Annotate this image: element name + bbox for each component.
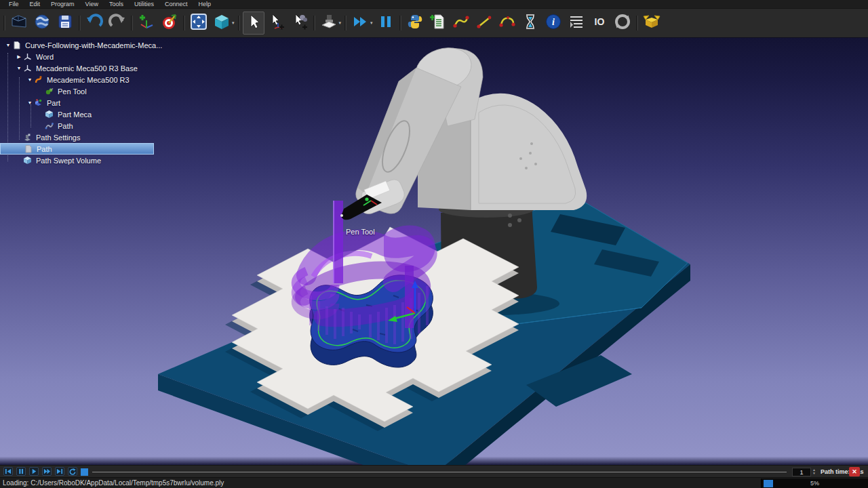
tree-item-mecademic-meca500-r3[interactable]: ▼Mecademic Meca500 R3 [0, 74, 154, 85]
tree-item-path-settings[interactable]: Path Settings [0, 131, 154, 143]
menu-item-view[interactable]: View [81, 0, 103, 8]
wait-instruction-button[interactable] [519, 12, 541, 35]
toolbar: ▾▾▾iIO [0, 9, 868, 38]
tree-item-pen-tool[interactable]: Pen Tool [0, 85, 154, 97]
menu-item-tools[interactable]: Tools [104, 0, 128, 8]
quick-setup-button[interactable] [318, 12, 340, 35]
redo-button[interactable] [106, 12, 128, 35]
menu-item-connect[interactable]: Connect [160, 0, 193, 8]
isometric-view-dropdown-arrow[interactable]: ▾ [232, 20, 235, 26]
quick-setup-dropdown-arrow[interactable]: ▾ [339, 20, 342, 26]
simulate-event-button[interactable] [612, 12, 633, 35]
tree-item-path-swept-volume[interactable]: Path Swept Volume [0, 155, 154, 166]
undo-icon [85, 13, 103, 33]
move-joint-instruction-icon [452, 13, 470, 33]
frame-number-input[interactable]: 1 [792, 468, 811, 476]
frame-icon [23, 64, 33, 73]
move-circular-instruction-icon [498, 13, 516, 33]
add-target-button[interactable] [159, 12, 180, 35]
svg-text:i: i [552, 17, 555, 27]
io-instruction-button[interactable]: IO [589, 12, 610, 35]
fit-to-screen-icon [190, 13, 208, 33]
fast-simulation-dropdown-arrow[interactable]: ▾ [370, 20, 373, 26]
move-linear-instruction-icon [475, 13, 493, 33]
move-joint-instruction-button[interactable] [450, 12, 472, 35]
show-message-icon: i [545, 13, 562, 33]
tree-item-path[interactable]: Path [0, 120, 154, 131]
pause-button[interactable] [16, 467, 26, 476]
tree-item-label: Path [58, 122, 73, 130]
toolbar-separator [344, 16, 347, 30]
isometric-view-button[interactable] [211, 12, 233, 35]
toolbar-separator [131, 16, 133, 30]
menu-item-program[interactable]: Program [46, 0, 79, 8]
tree-item-part-meca[interactable]: Part Meca [0, 108, 154, 120]
tree-expander-down[interactable]: ▼ [4, 43, 12, 47]
viewport-3d[interactable]: Pen Tool ▼Curve-Following-with-Mecademic… [0, 38, 868, 465]
menu-item-utilities[interactable]: Utilities [130, 0, 159, 8]
skip-to-start-button[interactable] [3, 467, 13, 476]
tree-item-word[interactable]: ▶Word [0, 51, 154, 62]
move-tool-icon [291, 13, 309, 33]
tree-item-curve-following-with-mecademic-meca[interactable]: ▼Curve-Following-with-Mecademic-Meca... [0, 39, 154, 51]
pause-simulation-icon [377, 13, 395, 33]
play-button[interactable] [29, 467, 39, 476]
tree-item-label: Mecademic Meca500 R3 Base [36, 64, 138, 73]
timeline-slider-handle[interactable] [81, 468, 88, 476]
simulate-event-icon [614, 13, 631, 33]
move-linear-instruction-button[interactable] [473, 12, 495, 35]
fast-forward-button[interactable] [42, 467, 52, 476]
redo-icon [108, 13, 126, 33]
toolbar-separator [313, 16, 315, 30]
menu-item-file[interactable]: File [4, 0, 24, 8]
add-reference-frame-button[interactable] [136, 12, 157, 35]
tree-item-label: Path [37, 145, 52, 153]
fast-simulation-button[interactable] [349, 12, 371, 35]
move-reference-button[interactable] [266, 12, 288, 35]
move-circular-instruction-button[interactable] [496, 12, 518, 35]
fit-to-screen-button[interactable] [188, 12, 210, 35]
tree-expander-right[interactable]: ▶ [15, 54, 23, 60]
playback-bar: 1 ▲▼ Path time: 2.1s ✕ [0, 465, 868, 477]
tree-expander-down[interactable]: ▼ [15, 66, 23, 70]
move-reference-icon [268, 13, 285, 33]
select-cursor-icon [245, 13, 262, 33]
export-simulation-icon [643, 13, 660, 33]
web-library-icon [33, 13, 51, 33]
close-playbar-button[interactable]: ✕ [849, 467, 860, 476]
frame-icon [23, 52, 33, 61]
tree-item-path[interactable]: Path [0, 143, 154, 155]
open-station-button[interactable] [8, 12, 30, 35]
undo-button[interactable] [83, 12, 105, 35]
web-library-button[interactable] [31, 12, 53, 35]
program-structure-button[interactable] [566, 12, 587, 35]
menu-item-edit[interactable]: Edit [25, 0, 45, 8]
tree-item-part[interactable]: ▼Part [0, 97, 154, 108]
menu-item-help[interactable]: Help [193, 0, 216, 8]
python-script-button[interactable] [404, 12, 426, 35]
tree-item-label: Word [36, 53, 54, 61]
timeline-track[interactable] [92, 472, 787, 472]
curve-icon [45, 121, 55, 130]
fast-simulation-icon [351, 13, 369, 33]
add-program-button[interactable] [427, 12, 449, 35]
replay-button[interactable] [68, 467, 77, 476]
tree-item-mecademic-meca500-r3-base[interactable]: ▼Mecademic Meca500 R3 Base [0, 62, 154, 74]
tree-expander-down[interactable]: ▼ [26, 77, 34, 82]
pause-simulation-button[interactable] [375, 12, 397, 35]
part-icon [34, 98, 44, 107]
move-tool-button[interactable] [289, 12, 311, 35]
frame-spinner[interactable]: ▲▼ [812, 468, 816, 476]
station-icon [12, 41, 22, 49]
tree-expander-down[interactable]: ▼ [26, 100, 34, 105]
show-message-button[interactable]: i [542, 12, 564, 35]
skip-to-end-button[interactable] [55, 467, 64, 476]
save-station-button[interactable] [54, 12, 76, 35]
export-simulation-button[interactable] [641, 12, 663, 35]
add-reference-frame-icon [138, 13, 155, 33]
add-program-icon [429, 13, 447, 33]
status-bar: Loading: C:/Users/RoboDK/AppData/Local/T… [0, 477, 868, 488]
quick-setup-icon [320, 13, 338, 33]
select-cursor-button[interactable] [243, 12, 264, 35]
io-instruction-icon: IO [591, 13, 608, 33]
